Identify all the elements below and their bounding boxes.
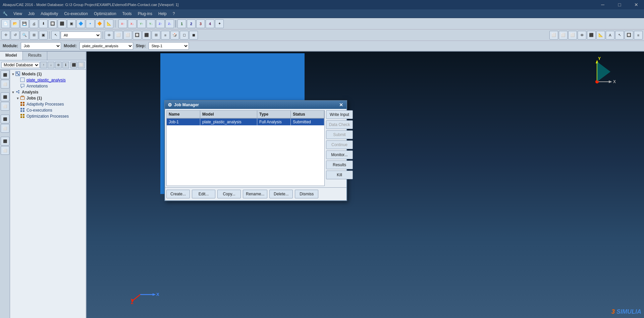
minimize-button[interactable]: ─ (595, 0, 610, 9)
rt-btn4[interactable]: 👁 (578, 31, 586, 40)
axis-btn-x2[interactable]: X↓ (128, 19, 137, 28)
maximize-button[interactable]: □ (612, 0, 627, 9)
rotate-button[interactable]: ↺ (11, 31, 19, 40)
li-btn7[interactable]: ⬛ (1, 137, 9, 145)
li-btn4[interactable]: ⬜ (1, 102, 9, 111)
tree-optimization-row[interactable]: Optimization Processes (11, 113, 85, 119)
tree-coexec-row[interactable]: Co-executions (11, 107, 85, 113)
display-group4-btn[interactable]: 🔲 (133, 31, 142, 40)
tb-btn-9[interactable]: 🔷 (76, 19, 85, 28)
model-db-select[interactable]: Model Database (1, 62, 40, 68)
num1[interactable]: 1 (177, 19, 186, 28)
kill-button[interactable]: Kill (326, 171, 353, 179)
display-select[interactable]: All (61, 31, 101, 39)
table-btn[interactable]: ⊞ (152, 31, 160, 40)
cube1-btn[interactable]: 🎲 (170, 31, 179, 40)
rt-btn2[interactable]: ⬜ (559, 31, 568, 40)
step-select[interactable]: Step-1 (149, 42, 189, 50)
new-button[interactable]: 📄 (1, 19, 10, 28)
fit-button[interactable]: ⊞ (30, 31, 38, 40)
axis-btn-z2[interactable]: Z↓ (165, 19, 174, 28)
tree-up-btn[interactable]: ↑ (40, 62, 47, 68)
print-button[interactable]: 🖨 (30, 19, 38, 28)
icon1[interactable]: ⬛ (70, 62, 77, 68)
pan-button[interactable]: ✛ (1, 31, 10, 40)
open-button[interactable]: 📂 (11, 19, 19, 28)
rename-button[interactable]: Rename... (243, 190, 267, 198)
tb-btn-6[interactable]: 🔲 (48, 19, 57, 28)
tab-results[interactable]: Results (23, 52, 47, 60)
edit-button[interactable]: Edit... (192, 190, 215, 198)
rt-btn8[interactable]: ↖ (615, 31, 624, 40)
dismiss-button[interactable]: Dismiss (295, 190, 318, 198)
tree-jobs-row[interactable]: ▼ Jobs (1) (11, 95, 85, 101)
star-btn[interactable]: ✦ (215, 19, 224, 28)
continue-button[interactable]: Continue (326, 140, 353, 149)
display-group-btn[interactable]: 👁 (105, 31, 113, 40)
menu-coexecution[interactable]: Co-execution (61, 11, 91, 17)
rt-btn7[interactable]: A (606, 31, 614, 40)
create-button[interactable]: Create... (166, 190, 190, 198)
rt-btn1[interactable]: ⬜ (549, 31, 558, 40)
delete-button[interactable]: Delete... (269, 190, 293, 198)
tb-btn-7[interactable]: ⬛ (58, 19, 66, 28)
job-manager-dialog[interactable]: ⚙ Job Manager ✕ Name Model Type Status (164, 100, 347, 201)
menu-plugins[interactable]: Plug-ins (135, 11, 155, 17)
tree-down-btn[interactable]: ↓ (48, 62, 54, 68)
data-check-button[interactable]: Data Check (326, 120, 353, 129)
table2-btn[interactable]: ≡ (161, 31, 170, 40)
copy-button[interactable]: Copy... (217, 190, 241, 198)
submit-button[interactable]: Submit (326, 130, 353, 139)
monitor-button[interactable]: Monitor... (326, 150, 353, 159)
dialog-close-button[interactable]: ✕ (338, 102, 344, 108)
menu-help[interactable]: Help (156, 11, 169, 17)
menu-adaptivity[interactable]: Adaptivity (38, 11, 61, 17)
cursor-button[interactable]: ↖ (51, 31, 60, 40)
menu-help-icon[interactable]: ? (170, 11, 178, 17)
tree-adaptivity-row[interactable]: Adaptivity Processes (11, 101, 85, 107)
zoom-button[interactable]: 🔍 (20, 31, 29, 40)
cube2-btn[interactable]: ◻ (180, 31, 189, 40)
table-row[interactable]: Job-1 plate_plastic_analysis Full Analys… (167, 119, 324, 125)
li-btn1[interactable]: ⬛ (1, 70, 9, 79)
rt-btn5[interactable]: ⬛ (587, 31, 596, 40)
tree-copy-btn[interactable]: ⊕ (55, 62, 62, 68)
rt-btn3[interactable]: ⬜ (568, 31, 577, 40)
num4[interactable]: 4 (206, 19, 214, 28)
close-button[interactable]: ✕ (629, 0, 644, 9)
write-input-button[interactable]: Write Input (326, 110, 353, 119)
view3d-button[interactable]: ▣ (39, 31, 48, 40)
tb-btn-5[interactable]: ⬇ (39, 19, 48, 28)
li-btn3[interactable]: ⬛ (1, 92, 9, 101)
axis-btn-x1[interactable]: X↑ (118, 19, 127, 28)
display-group2-btn[interactable]: ⬜ (114, 31, 123, 40)
menu-tools[interactable]: Tools (120, 11, 135, 17)
rt-btn6[interactable]: 📐 (596, 31, 605, 40)
icon2[interactable]: ⬜ (78, 62, 85, 68)
li-btn2[interactable]: ⬜ (1, 80, 9, 88)
rt-btn9[interactable]: 🔲 (625, 31, 633, 40)
axis-btn-z1[interactable]: Z↑ (156, 19, 165, 28)
axis-btn-y1[interactable]: Y↑ (137, 19, 146, 28)
save-button[interactable]: 💾 (20, 19, 29, 28)
display-group5-btn[interactable]: ⬛ (142, 31, 151, 40)
menu-optimization[interactable]: Optimization (91, 11, 119, 17)
menu-view[interactable]: View (11, 11, 25, 17)
axis-btn-y2[interactable]: Y↓ (147, 19, 155, 28)
module-select[interactable]: Job (21, 42, 61, 50)
menu-job[interactable]: Job (25, 11, 37, 17)
results-button[interactable]: Results (326, 161, 353, 169)
cube3-btn[interactable]: ◼ (189, 31, 198, 40)
tb-btn-11[interactable]: 🔶 (95, 19, 104, 28)
tb-btn-8[interactable]: ▣ (67, 19, 76, 28)
num3[interactable]: 3 (196, 19, 205, 28)
num2[interactable]: 2 (187, 19, 196, 28)
tree-analysis-row[interactable]: ▼ Analysis (11, 89, 85, 95)
tb-btn-12[interactable]: 📐 (105, 19, 113, 28)
rt-btn10[interactable]: ≡ (634, 31, 643, 40)
tree-model-name-row[interactable]: plate_plastic_analysis (11, 77, 85, 83)
model-select[interactable]: plate_plastic_analysis (79, 42, 133, 50)
li-btn6[interactable]: ⬜ (1, 124, 9, 133)
tree-annotations-row[interactable]: Annotations (11, 83, 85, 89)
tb-btn-10[interactable]: 🔹 (86, 19, 95, 28)
